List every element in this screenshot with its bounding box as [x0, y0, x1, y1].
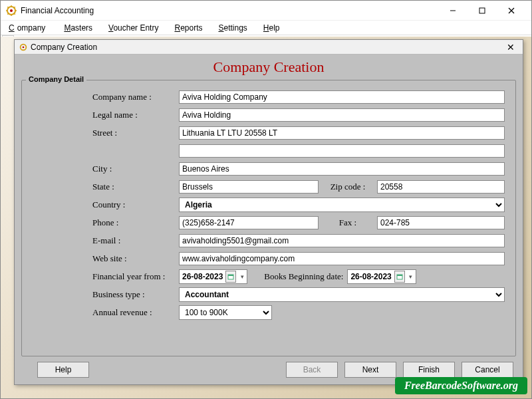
label-company-name: Company name :	[92, 92, 179, 102]
label-phone: Phone :	[92, 217, 179, 228]
svg-rect-10	[228, 275, 233, 276]
country-select[interactable]: Algeria	[179, 198, 505, 212]
label-street: Street :	[92, 128, 179, 138]
label-fin-year: Financial year from :	[92, 271, 179, 282]
business-type-select[interactable]: Accountant	[179, 287, 505, 302]
close-button[interactable]	[497, 1, 526, 20]
legal-name-input[interactable]	[179, 108, 505, 122]
fin-year-value: 26-08-2023	[180, 272, 225, 281]
next-button[interactable]: Next	[344, 362, 396, 378]
chevron-down-icon[interactable]: ▾	[406, 273, 416, 280]
finish-button[interactable]: Finish	[403, 362, 455, 378]
back-button[interactable]: Back	[286, 362, 338, 378]
menu-voucher-entry[interactable]: Voucher Entry	[106, 22, 161, 34]
svg-point-8	[23, 46, 25, 48]
titlebar: Financial Accounting	[1, 1, 531, 21]
dialog-title: Company Creation	[31, 43, 503, 52]
calendar-icon[interactable]	[394, 271, 405, 283]
state-input[interactable]	[179, 180, 319, 194]
label-zip: Zip code :	[319, 182, 377, 192]
calendar-icon[interactable]	[225, 271, 236, 283]
street2-input[interactable]	[179, 144, 505, 158]
street-input[interactable]	[179, 126, 505, 140]
label-email: E-mail :	[92, 235, 179, 246]
books-begin-datepicker[interactable]: 26-08-2023 ▾	[347, 269, 416, 284]
zip-input[interactable]	[377, 180, 505, 194]
maximize-button[interactable]	[467, 1, 497, 20]
dialog-icon	[19, 43, 28, 52]
menu-masters[interactable]: Masters	[61, 22, 95, 34]
label-business-type: Business type :	[92, 289, 179, 300]
city-input[interactable]	[179, 162, 505, 176]
dialog-close-button[interactable]: ✕	[503, 42, 519, 53]
company-detail-group: Company Detail Company name : Legal name…	[21, 80, 516, 356]
wizard-buttons: Help Back Next Finish Cancel	[21, 356, 516, 378]
window-title: Financial Accounting	[21, 6, 438, 15]
cancel-button[interactable]: Cancel	[462, 362, 513, 378]
label-fax: Fax :	[319, 217, 377, 228]
label-books-begin: Books Beginning date:	[247, 271, 347, 282]
website-input[interactable]	[179, 252, 505, 265]
dialog-body: Company Creation Company Detail Company …	[15, 55, 523, 384]
label-annual-revenue: Annual revenue :	[92, 307, 179, 318]
main-window: Financial Accounting Company Masters Vou…	[0, 0, 532, 399]
annual-revenue-select[interactable]: 100 to 900K	[179, 305, 272, 320]
help-button[interactable]: Help	[37, 362, 89, 378]
minimize-button[interactable]	[438, 1, 467, 20]
menu-reports[interactable]: Reports	[172, 22, 205, 34]
svg-rect-3	[479, 8, 485, 13]
label-country: Country :	[92, 200, 179, 210]
dialog-heading: Company Creation	[21, 57, 516, 80]
svg-point-1	[10, 9, 13, 12]
fin-year-datepicker[interactable]: 26-08-2023 ▾	[179, 269, 247, 284]
app-icon	[6, 5, 17, 16]
menu-settings[interactable]: Settings	[215, 22, 249, 34]
menu-company[interactable]: Company	[6, 22, 51, 34]
fax-input[interactable]	[377, 216, 505, 229]
company-creation-dialog: Company Creation ✕ Company Creation Comp…	[14, 39, 523, 385]
label-city: City :	[92, 164, 179, 174]
label-website: Web site :	[92, 253, 179, 264]
chevron-down-icon[interactable]: ▾	[237, 273, 247, 280]
company-name-input[interactable]	[179, 90, 505, 104]
menu-help[interactable]: Help	[261, 22, 283, 34]
phone-input[interactable]	[179, 216, 319, 229]
menubar: Company Masters Voucher Entry Reports Se…	[1, 21, 531, 35]
watermark: FreeBarcodeSoftware.org	[395, 377, 527, 394]
svg-rect-12	[397, 275, 402, 276]
window-controls	[438, 1, 526, 20]
books-begin-value: 26-08-2023	[348, 272, 394, 281]
email-input[interactable]	[179, 234, 505, 247]
label-legal-name: Legal name :	[92, 110, 179, 120]
label-state: State :	[92, 182, 179, 192]
group-legend: Company Detail	[26, 75, 86, 83]
dialog-titlebar: Company Creation ✕	[15, 40, 523, 55]
